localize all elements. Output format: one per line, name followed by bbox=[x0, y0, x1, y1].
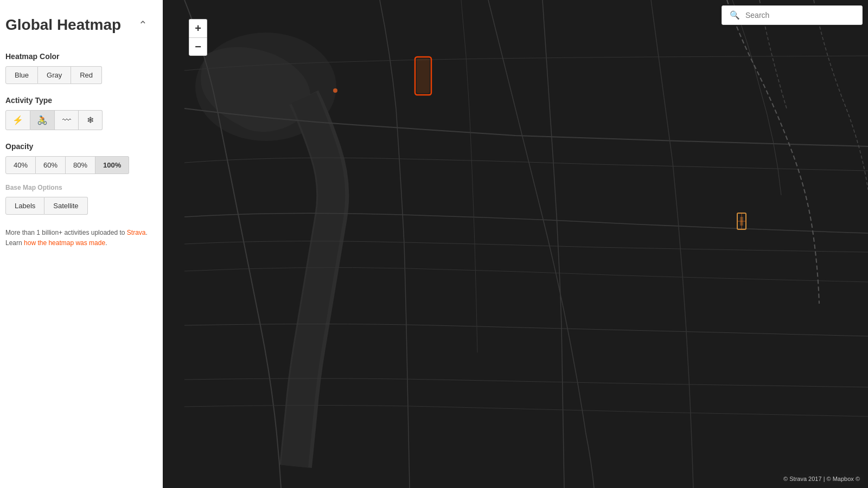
collapse-button[interactable]: ⌃ bbox=[134, 16, 152, 34]
how-heatmap-link[interactable]: how the heatmap was made bbox=[24, 239, 105, 247]
search-input[interactable] bbox=[745, 11, 854, 20]
sidebar-panel: Global Heatmap ⌃ Heatmap Color Blue Gray… bbox=[0, 0, 163, 488]
heatmap-color-group: Blue Gray Red bbox=[5, 66, 152, 84]
activity-type-label: Activity Type bbox=[5, 96, 152, 105]
opacity-40-button[interactable]: 40% bbox=[5, 156, 36, 174]
activity-swim-button[interactable]: 〰 bbox=[55, 110, 79, 130]
heatmap-color-label: Heatmap Color bbox=[5, 52, 152, 61]
attribution-text: © Strava 2017 | © Mapbox © bbox=[780, 474, 864, 484]
info-text-block: More than 1 billion+ activities uploaded… bbox=[5, 228, 152, 248]
zoom-out-button[interactable]: − bbox=[189, 37, 207, 56]
svg-rect-8 bbox=[740, 217, 743, 226]
opacity-100-button[interactable]: 100% bbox=[95, 156, 129, 174]
sidebar-title: Global Heatmap bbox=[5, 16, 121, 34]
heatmap-color-section: Heatmap Color Blue Gray Red bbox=[5, 44, 152, 88]
color-red-button[interactable]: Red bbox=[71, 66, 102, 84]
svg-rect-3 bbox=[417, 59, 430, 93]
activity-all-button[interactable]: ⚡ bbox=[5, 110, 30, 130]
basemap-label: Base Map Options bbox=[5, 184, 152, 191]
activity-ski-button[interactable]: ❄ bbox=[79, 110, 103, 130]
sidebar-header: Global Heatmap ⌃ bbox=[5, 16, 152, 34]
info-text-prefix: More than 1 billion+ activities uploaded… bbox=[5, 229, 127, 236]
zoom-controls: + − bbox=[189, 19, 207, 56]
opacity-section: Opacity 40% 60% 80% 100% bbox=[5, 134, 152, 178]
strava-link[interactable]: Strava bbox=[127, 229, 146, 236]
search-icon: 🔍 bbox=[730, 10, 740, 20]
basemap-section: Base Map Options Labels Satellite bbox=[5, 178, 152, 219]
search-box[interactable]: 🔍 bbox=[722, 5, 863, 25]
activity-ride-button[interactable]: 🚴 bbox=[30, 110, 55, 130]
info-text-end: . bbox=[105, 239, 107, 247]
opacity-60-button[interactable]: 60% bbox=[36, 156, 66, 174]
opacity-group: 40% 60% 80% 100% bbox=[5, 156, 152, 174]
color-blue-button[interactable]: Blue bbox=[5, 66, 38, 84]
zoom-in-button[interactable]: + bbox=[189, 19, 207, 37]
basemap-labels-button[interactable]: Labels bbox=[5, 197, 44, 215]
svg-point-4 bbox=[333, 88, 337, 93]
activity-type-section: Activity Type ⚡ 🚴 〰 ❄ bbox=[5, 88, 152, 134]
color-gray-button[interactable]: Gray bbox=[38, 66, 71, 84]
activity-type-group: ⚡ 🚴 〰 ❄ bbox=[5, 110, 152, 130]
basemap-group: Labels Satellite bbox=[5, 197, 152, 215]
basemap-satellite-button[interactable]: Satellite bbox=[44, 197, 87, 215]
opacity-80-button[interactable]: 80% bbox=[66, 156, 95, 174]
opacity-label: Opacity bbox=[5, 142, 152, 151]
